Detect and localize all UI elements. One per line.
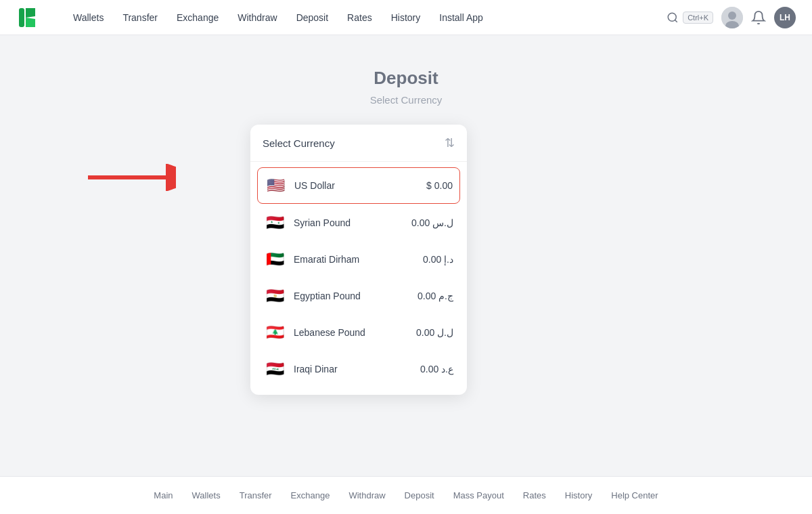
svg-rect-0 xyxy=(19,8,24,27)
page-title: Deposit xyxy=(374,68,438,89)
main-header: WalletsTransferExchangeWithdrawDepositRa… xyxy=(0,0,812,35)
nav-item-install-app[interactable]: Install App xyxy=(439,12,483,23)
currency-item-usd[interactable]: 🇺🇸US Dollar$ 0.00 xyxy=(257,167,460,204)
currency-item-egp[interactable]: 🇪🇬Egyptian Poundج.م 0.00 xyxy=(257,278,460,314)
footer-link-withdraw[interactable]: Withdraw xyxy=(348,490,385,500)
footer-link-transfer[interactable]: Transfer xyxy=(240,490,272,500)
currency-item-lbp[interactable]: 🇱🇧Lebanese Poundل.ل 0.00 xyxy=(257,315,460,350)
footer-link-help-center[interactable]: Help Center xyxy=(611,490,658,500)
footer-link-exchange[interactable]: Exchange xyxy=(291,490,330,500)
flag-lbp: 🇱🇧 xyxy=(264,322,286,343)
flag-egp: 🇪🇬 xyxy=(264,285,286,307)
main-nav: WalletsTransferExchangeWithdrawDepositRa… xyxy=(73,12,645,23)
currency-name-aed: Emarati Dirham xyxy=(294,254,359,265)
svg-line-4 xyxy=(675,20,677,22)
currency-amount-usd: $ 0.00 xyxy=(426,180,453,191)
user-avatar-photo[interactable] xyxy=(721,7,743,28)
dropdown-label: Select Currency xyxy=(263,137,335,149)
search-button[interactable]: Ctrl+K xyxy=(667,12,713,24)
chevron-updown-icon[interactable]: ⇅ xyxy=(445,135,455,150)
svg-marker-1 xyxy=(26,8,35,18)
currency-left-lbp: 🇱🇧Lebanese Pound xyxy=(264,322,365,343)
nav-item-exchange[interactable]: Exchange xyxy=(177,12,219,23)
nav-item-rates[interactable]: Rates xyxy=(347,12,372,23)
currency-item-iqd[interactable]: 🇮🇶Iraqi Dinarع.د 0.00 xyxy=(257,351,460,387)
nav-item-history[interactable]: History xyxy=(391,12,421,23)
svg-marker-2 xyxy=(26,18,35,27)
bell-icon[interactable] xyxy=(751,10,766,25)
currency-left-usd: 🇺🇸US Dollar xyxy=(265,175,335,196)
footer-link-main[interactable]: Main xyxy=(154,490,173,500)
currency-amount-lbp: ل.ل 0.00 xyxy=(416,327,453,338)
dropdown-header[interactable]: Select Currency ⇅ xyxy=(250,125,467,162)
user-initials-avatar[interactable]: LH xyxy=(774,7,796,28)
nav-item-wallets[interactable]: Wallets xyxy=(73,12,104,23)
flag-usd: 🇺🇸 xyxy=(265,175,286,196)
currency-amount-egp: ج.م 0.00 xyxy=(418,291,453,301)
currency-item-syp[interactable]: 🇸🇾Syrian Poundل.س 0.00 xyxy=(257,205,460,240)
currency-name-usd: US Dollar xyxy=(294,180,335,191)
nav-item-transfer[interactable]: Transfer xyxy=(122,12,158,23)
currency-left-egp: 🇪🇬Egyptian Pound xyxy=(264,285,361,307)
footer-link-rates[interactable]: Rates xyxy=(523,490,546,500)
flag-aed: 🇦🇪 xyxy=(264,249,286,270)
footer-link-wallets[interactable]: Wallets xyxy=(192,490,221,500)
currency-name-egp: Egyptian Pound xyxy=(294,291,361,301)
header-right: Ctrl+K LH xyxy=(667,7,796,28)
flag-syp: 🇸🇾 xyxy=(264,212,286,234)
arrow-svg xyxy=(88,164,176,191)
nav-item-withdraw[interactable]: Withdraw xyxy=(238,12,277,23)
currency-name-syp: Syrian Pound xyxy=(294,217,351,228)
footer-link-deposit[interactable]: Deposit xyxy=(405,490,434,500)
currency-dropdown-card: Select Currency ⇅ 🇺🇸US Dollar$ 0.00🇸🇾Syr… xyxy=(250,125,467,395)
flag-iqd: 🇮🇶 xyxy=(264,358,286,380)
currency-name-lbp: Lebanese Pound xyxy=(294,327,365,338)
page-subtitle: Select Currency xyxy=(370,94,443,106)
search-shortcut: Ctrl+K xyxy=(683,12,713,24)
currency-left-syp: 🇸🇾Syrian Pound xyxy=(264,212,351,234)
arrow-and-dropdown: Select Currency ⇅ 🇺🇸US Dollar$ 0.00🇸🇾Syr… xyxy=(156,125,656,395)
svg-point-6 xyxy=(728,12,736,20)
avatar-placeholder-icon xyxy=(721,7,743,28)
logo-icon xyxy=(16,5,41,30)
page-footer: MainWalletsTransferExchangeWithdrawDepos… xyxy=(0,476,812,514)
nav-item-deposit[interactable]: Deposit xyxy=(296,12,328,23)
red-arrow-indicator xyxy=(88,164,176,191)
currency-amount-iqd: ع.د 0.00 xyxy=(420,364,453,374)
currency-name-iqd: Iraqi Dinar xyxy=(294,364,338,374)
currency-list: 🇺🇸US Dollar$ 0.00🇸🇾Syrian Poundل.س 0.00🇦… xyxy=(250,162,467,395)
logo[interactable] xyxy=(16,5,41,30)
footer-link-mass-payout[interactable]: Mass Payout xyxy=(453,490,504,500)
currency-amount-aed: د.إ 0.00 xyxy=(423,254,453,265)
svg-point-3 xyxy=(668,13,676,21)
main-content: Deposit Select Currency Select Currency … xyxy=(0,35,812,476)
footer-link-history[interactable]: History xyxy=(565,490,592,500)
currency-amount-syp: ل.س 0.00 xyxy=(411,217,453,228)
currency-item-aed[interactable]: 🇦🇪Emarati Dirhamد.إ 0.00 xyxy=(257,242,460,277)
search-icon xyxy=(667,12,679,24)
currency-left-aed: 🇦🇪Emarati Dirham xyxy=(264,249,359,270)
currency-left-iqd: 🇮🇶Iraqi Dinar xyxy=(264,358,338,380)
